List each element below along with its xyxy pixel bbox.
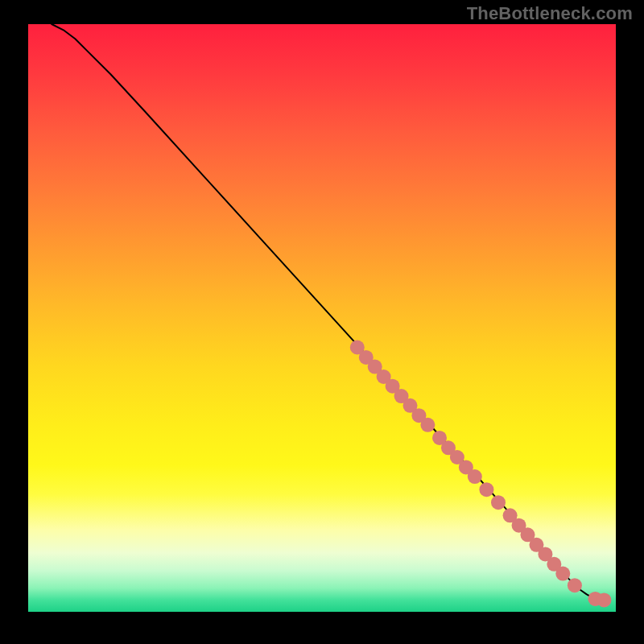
data-point	[420, 418, 435, 432]
chart-root: TheBottleneck.com	[0, 0, 644, 644]
data-point	[479, 482, 493, 497]
chart-overlay	[28, 24, 616, 612]
data-points	[350, 341, 612, 608]
watermark-text: TheBottleneck.com	[467, 3, 633, 24]
data-point	[468, 469, 482, 484]
data-point	[568, 578, 582, 592]
data-point	[555, 567, 570, 581]
data-curve	[52, 24, 604, 600]
data-point	[491, 495, 506, 510]
data-point	[597, 592, 611, 607]
